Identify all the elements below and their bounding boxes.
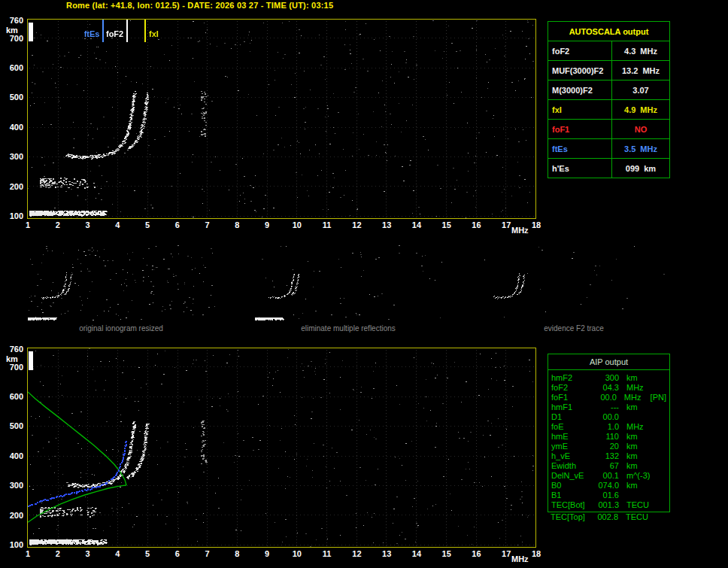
autoscala-value-number: 099: [626, 164, 639, 173]
autoscala-param-value: 4.9MHz: [612, 100, 669, 119]
x-axis-tick-top-12: 12: [352, 220, 361, 229]
autoscala-value-unit: km: [644, 164, 656, 173]
aip-row-hmF2: hmF2300km: [548, 373, 669, 383]
autoscala-param-label: foF2: [548, 41, 612, 60]
autoscala-value-number: NO: [635, 125, 648, 134]
autoscala-table-title: AUTOSCALA output: [548, 22, 669, 41]
x-axis-tick-top-1: 1: [26, 220, 30, 229]
aip-param-value: 110: [593, 432, 619, 442]
autoscala-param-value: NO: [612, 120, 669, 138]
x-axis-tick-top-7: 7: [205, 220, 210, 229]
aip-row-hmE: hmE110km: [548, 432, 669, 442]
aip-param-name: foF2: [551, 383, 593, 393]
aip-row-foF1: foF100.0MHz[PN]: [548, 393, 669, 402]
y-axis-tick-bottom-500: 500: [0, 421, 23, 430]
profile-canvas: [28, 348, 535, 547]
x-axis-tick-top-13: 13: [382, 220, 391, 229]
y-axis-tick-top-500: 500: [0, 93, 23, 102]
ionogram-plot-frame: [27, 19, 536, 219]
aip-param-name: hmF2: [551, 373, 593, 383]
aip-param-value: 132: [593, 451, 619, 461]
x-axis-tick-top-5: 5: [145, 220, 150, 229]
autoscala-param-label: foF1: [548, 120, 612, 138]
autoscala-row-foF1: foF1NO: [548, 119, 669, 138]
aip-param-name: B0: [551, 481, 593, 491]
aip-row-D1: D100.0: [548, 412, 669, 422]
x-axis-tick-bottom-6: 6: [175, 549, 180, 558]
aip-param-name: DelN_vE: [551, 471, 593, 481]
autoscala-value-unit: MHz: [640, 105, 657, 114]
aip-param-unit: km: [626, 373, 654, 383]
autoscala-value-number: 3.07: [632, 86, 648, 95]
x-axis-tick-bottom-1: 1: [26, 549, 30, 558]
aip-param-unit: MHz: [624, 393, 651, 402]
x-axis-tick-top-16: 16: [472, 220, 481, 229]
autoscala-value-number: 13.2: [622, 66, 638, 75]
autoscala-param-label: ftEs: [548, 139, 612, 158]
marker-label-foF2: foF2: [93, 29, 123, 38]
thumbnail-eliminate-reflections: [254, 245, 442, 320]
aip-param-value: ---: [593, 402, 619, 412]
aip-param-name: foE: [551, 422, 593, 432]
aip-row-B1: B101.6: [548, 491, 669, 500]
aip-param-value: 00.1: [593, 471, 619, 481]
thumbnail-original-ionogram: [27, 245, 215, 320]
aip-table-title: AIP output: [548, 354, 669, 370]
x-axis-tick-bottom-11: 11: [323, 549, 332, 558]
y-axis-tick-top-100: 100: [0, 211, 23, 220]
aip-param-name: Ewidth: [551, 461, 593, 471]
aip-row-foE: foE1.0MHz: [548, 422, 669, 432]
thumbnail-evidence-f2-trace: [480, 245, 668, 320]
x-axis-tick-top-3: 3: [85, 220, 89, 229]
autoscala-param-value: 3.5MHz: [612, 139, 669, 158]
autoscala-param-label: fxI: [548, 100, 612, 119]
aip-param-unit: TECU: [626, 512, 653, 522]
profile-plot-frame: [27, 348, 536, 548]
aip-param-name: TEC[Top]: [551, 512, 593, 522]
x-axis-tick-top-14: 14: [412, 220, 421, 229]
x-axis-tick-bottom-16: 16: [472, 549, 481, 558]
aip-row-DelN_vE: DelN_vE00.1m^(-3): [548, 471, 669, 481]
aip-output-table: AIP output hmF2300kmfoF204.3MHzfoF100.0M…: [548, 354, 670, 512]
x-axis-tick-bottom-17: 17: [502, 549, 511, 558]
marker-label-fxI: fxI: [149, 29, 159, 38]
aip-row-hmF1: hmF1---km: [548, 402, 669, 412]
autoscala-param-value: 13.2MHz: [612, 61, 669, 80]
y-axis-tick-top-200: 200: [0, 182, 23, 191]
aip-param-extra: [PN]: [651, 393, 666, 402]
aip-param-unit: TECU: [626, 500, 654, 510]
autoscala-value-number: 4.3: [624, 47, 635, 56]
aip-param-name: D1: [551, 412, 593, 422]
autoscala-row-M(3000)F2: M(3000)F23.07: [548, 80, 669, 99]
aip-param-unit: m^(-3): [626, 471, 654, 481]
y-axis-tick-top-760: 760: [0, 16, 23, 25]
aip-param-value: 67: [593, 461, 619, 471]
autoscala-output-table: AUTOSCALA output foF24.3MHzMUF(3000)F213…: [548, 21, 670, 178]
aip-param-unit: km: [626, 451, 654, 461]
autoscala-row-fxI: fxI4.9MHz: [548, 99, 669, 119]
aip-param-value: 074.0: [593, 481, 619, 491]
autoscala-param-label: MUF(3000)F2: [548, 61, 612, 80]
y-axis-tick-bottom-400: 400: [0, 451, 23, 460]
y-axis-tick-top-700: 700: [0, 34, 23, 43]
x-axis-tick-top-15: 15: [442, 220, 451, 229]
x-axis-tick-bottom-12: 12: [352, 549, 361, 558]
y-axis-tick-bottom-100: 100: [0, 540, 23, 549]
autoscala-param-label: h'Es: [548, 159, 612, 178]
x-axis-tick-top-4: 4: [115, 220, 120, 229]
x-axis-tick-top-2: 2: [56, 220, 60, 229]
aip-param-value: 002.8: [593, 512, 618, 522]
autoscala-screen: Rome (lat: +41.8, lon: 012.5) - DATE: 20…: [0, 0, 728, 568]
autoscala-row-foF2: foF24.3MHz: [548, 41, 669, 60]
autoscala-row-MUF(3000)F2: MUF(3000)F213.2MHz: [548, 60, 669, 80]
x-axis-tick-bottom-15: 15: [442, 549, 451, 558]
ionogram-canvas: [28, 20, 535, 218]
aip-param-unit: MHz: [626, 383, 654, 393]
y-axis-tick-bottom-760: 760: [0, 345, 23, 354]
x-axis-tick-top-10: 10: [293, 220, 302, 229]
aip-param-name: B1: [551, 491, 593, 500]
aip-param-value: 00.0: [593, 412, 619, 422]
aip-param-name: h_vE: [551, 451, 593, 461]
autoscala-table-rows: foF24.3MHzMUF(3000)F213.2MHzM(3000)F23.0…: [548, 41, 669, 178]
autoscala-row-ftEs: ftEs3.5MHz: [548, 138, 669, 158]
